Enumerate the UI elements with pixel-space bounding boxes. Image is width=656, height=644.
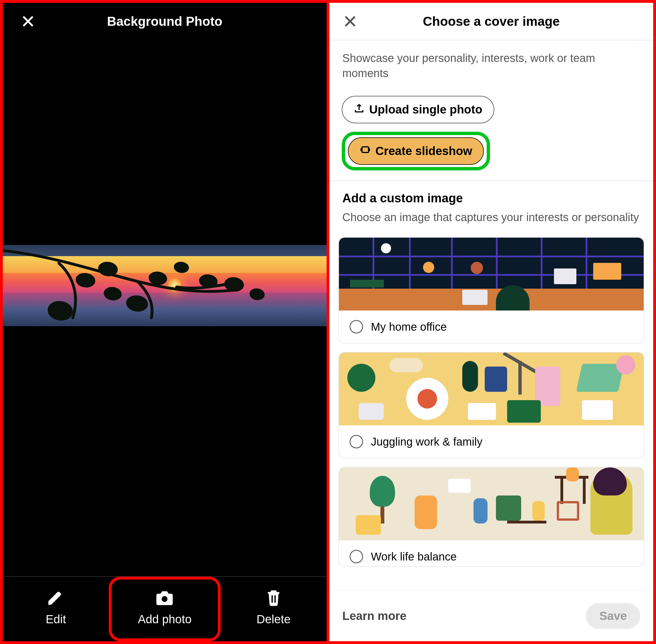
cover-image-options: My home office — [330, 235, 653, 569]
slideshow-icon — [360, 144, 371, 158]
custom-desc: Choose an image that captures your inter… — [342, 210, 640, 225]
upload-actions: Upload single photo Create slideshow — [330, 91, 653, 181]
close-icon[interactable] — [342, 13, 359, 30]
radio-icon[interactable] — [349, 320, 363, 334]
add-photo-label: Add photo — [138, 613, 192, 626]
radio-icon[interactable] — [349, 550, 363, 563]
cover-option-row: My home office — [339, 310, 644, 343]
cover-thumbnail — [339, 352, 644, 426]
option-label: Juggling work & family — [371, 436, 482, 448]
cover-option-juggling[interactable]: Juggling work & family — [338, 352, 644, 459]
cover-option-row: Juggling work & family — [339, 426, 644, 458]
trash-icon — [264, 588, 284, 609]
cover-option-work-life[interactable]: Work life balance — [338, 467, 644, 567]
right-footer: Learn more Save — [330, 590, 653, 641]
cover-thumbnail — [339, 467, 644, 540]
cover-option-home-office[interactable]: My home office — [338, 237, 644, 344]
delete-label: Delete — [256, 613, 290, 626]
edit-label: Edit — [46, 613, 66, 626]
cover-thumbnail — [339, 238, 644, 310]
upload-single-photo-button[interactable]: Upload single photo — [342, 96, 494, 123]
edit-button[interactable]: Edit — [3, 577, 109, 641]
camera-icon — [155, 588, 174, 609]
pencil-icon — [46, 588, 66, 609]
background-photo-preview[interactable] — [3, 245, 326, 326]
cover-option-row: Work life balance — [339, 540, 644, 566]
left-action-bar: Edit Add photo Delete — [3, 576, 326, 641]
highlight-annotation: Create slideshow — [342, 132, 490, 170]
close-icon[interactable] — [20, 13, 37, 30]
right-title: Choose a cover image — [359, 14, 624, 29]
slideshow-label: Create slideshow — [376, 144, 472, 158]
photo-preview-area — [3, 40, 326, 576]
option-label: Work life balance — [371, 550, 457, 563]
custom-image-section: Add a custom image Choose an image that … — [330, 181, 653, 235]
subtitle-text: Showcase your personality, interests, wo… — [342, 50, 640, 81]
right-header: Choose a cover image — [330, 3, 653, 40]
learn-more-link[interactable]: Learn more — [342, 609, 407, 623]
upload-icon — [354, 102, 365, 117]
add-photo-button[interactable]: Add photo — [109, 577, 220, 641]
background-photo-panel: Background Photo — [3, 3, 328, 641]
delete-button[interactable]: Delete — [221, 577, 326, 641]
choose-cover-panel: Choose a cover image Showcase your perso… — [328, 3, 653, 641]
option-label: My home office — [371, 321, 447, 333]
svg-point-0 — [162, 596, 168, 602]
svg-rect-3 — [362, 147, 368, 153]
custom-heading: Add a custom image — [342, 191, 640, 205]
svg-rect-2 — [274, 595, 276, 602]
left-header: Background Photo — [3, 3, 326, 40]
subtitle-section: Showcase your personality, interests, wo… — [330, 40, 653, 91]
radio-icon[interactable] — [349, 435, 363, 448]
save-button[interactable]: Save — [586, 603, 640, 629]
svg-rect-1 — [271, 595, 273, 602]
create-slideshow-button[interactable]: Create slideshow — [348, 137, 484, 165]
left-title: Background Photo — [37, 14, 293, 29]
upload-label: Upload single photo — [369, 103, 482, 116]
